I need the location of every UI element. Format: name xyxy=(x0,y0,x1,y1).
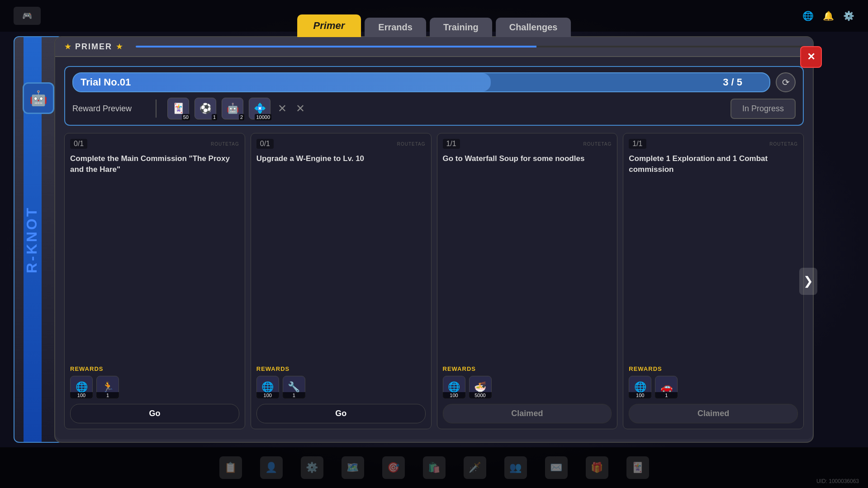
trial-refresh-button[interactable]: ⟳ xyxy=(776,72,796,92)
quest-4-description: Complete 1 Exploration and 1 Combat comm… xyxy=(629,153,798,360)
header-star-right: ★ xyxy=(116,42,123,52)
quest-3-reward-count-1: 5000 xyxy=(469,392,492,398)
reward-item-0: 🃏 50 xyxy=(167,98,189,119)
quest-3-reward-1: 🍜 5000 xyxy=(469,376,492,398)
quest-4-reward-count-1: 1 xyxy=(655,392,678,398)
quest-card-4: 1/1 ROUTETAG Complete 1 Exploration and … xyxy=(623,133,804,429)
quest-1-reward-0: 🌐 100 xyxy=(70,376,93,398)
reward-count-0: 50 xyxy=(182,114,190,120)
quest-2-tag: ROUTETAG xyxy=(397,142,426,147)
bottom-nav-team[interactable]: 👥 xyxy=(504,456,527,479)
reward-count-1: 1 xyxy=(212,114,217,120)
quest-1-reward-1: 🏃 1 xyxy=(96,376,119,398)
nav-icon-2[interactable]: 🔔 xyxy=(823,10,834,21)
reward-items: 🃏 50 ⚽ 1 🤖 2 💠 10000 ✕ xyxy=(167,98,723,119)
reward-count-2: 2 xyxy=(239,114,244,120)
quest-4-reward-count-0: 100 xyxy=(629,392,651,398)
quest-2-fraction: 0/1 xyxy=(256,139,274,149)
quest-3-rewards-row: 🌐 100 🍜 5000 xyxy=(443,376,612,398)
quest-card-3-header: 1/1 ROUTETAG xyxy=(443,139,612,149)
nav-icon-3[interactable]: ⚙️ xyxy=(843,10,854,21)
reward-preview-label: Reward Preview xyxy=(72,104,145,114)
reward-divider xyxy=(156,99,157,118)
quest-4-rewards-label: REWARDS xyxy=(629,365,798,372)
quest-2-reward-0: 🌐 100 xyxy=(256,376,279,398)
reward-cross-2: ✕ xyxy=(296,102,305,115)
uid-text: UID: 1000036063 xyxy=(816,478,859,484)
quest-4-reward-0: 🌐 100 xyxy=(629,376,651,398)
robot-avatar: 🤖 xyxy=(23,82,54,114)
reward-item-3: 💠 10000 xyxy=(249,98,270,119)
quest-2-description: Upgrade a W-Engine to Lv. 10 xyxy=(256,153,426,360)
quest-4-reward-1: 🚗 1 xyxy=(655,376,678,398)
trial-progress-text: 3 / 5 xyxy=(723,76,742,88)
top-header-left: 🎮 xyxy=(14,7,41,25)
bottom-nav-mail[interactable]: ✉️ xyxy=(545,456,568,479)
quest-2-reward-count-1: 1 xyxy=(283,392,305,398)
bottom-nav-shop[interactable]: 🛍️ xyxy=(423,456,446,479)
quest-1-rewards-row: 🌐 100 🏃 1 xyxy=(70,376,239,398)
quest-4-tag: ROUTETAG xyxy=(769,142,798,147)
trial-section: Trial No.01 3 / 5 ⟳ Reward Preview 🃏 50 … xyxy=(64,66,804,126)
quest-3-description: Go to Waterfall Soup for some noodles xyxy=(443,153,612,360)
quest-4-fraction: 1/1 xyxy=(629,139,646,149)
quest-1-rewards-label: REWARDS xyxy=(70,365,239,372)
bottom-nav-cards[interactable]: 🃏 xyxy=(626,456,649,479)
panel-title: PRIMER xyxy=(75,42,112,52)
quest-3-fraction: 1/1 xyxy=(443,139,460,149)
quest-1-reward-count-1: 1 xyxy=(96,392,119,398)
tab-errands[interactable]: Errands xyxy=(365,18,426,37)
next-page-arrow[interactable]: ❯ xyxy=(799,268,817,295)
reward-item-1: ⚽ 1 xyxy=(194,98,216,119)
quest-1-go-button[interactable]: Go xyxy=(70,404,239,423)
reward-cross-1: ✕ xyxy=(278,102,287,115)
quest-1-description: Complete the Main Commission "The Proxy … xyxy=(70,153,239,360)
top-header-right: 🌐 🔔 ⚙️ xyxy=(802,10,854,21)
bottom-nav: 📋 👤 ⚙️ 🗺️ 🎯 🛍️ 🗡️ 👥 ✉️ 🎁 🃏 xyxy=(0,447,868,488)
bottom-nav-combat[interactable]: 🗡️ xyxy=(464,456,486,479)
in-progress-button: In Progress xyxy=(730,99,796,119)
quest-4-rewards-row: 🌐 100 🚗 1 xyxy=(629,376,798,398)
quest-3-reward-0: 🌐 100 xyxy=(443,376,465,398)
panel-header: ★ PRIMER ★ xyxy=(55,37,813,57)
quest-card-3: 1/1 ROUTETAG Go to Waterfall Soup for so… xyxy=(437,133,618,429)
bottom-nav-gifts[interactable]: 🎁 xyxy=(586,456,608,479)
nav-icon-1[interactable]: 🌐 xyxy=(802,10,814,21)
header-star-left: ★ xyxy=(64,42,71,52)
quest-card-2: 0/1 ROUTETAG Upgrade a W-Engine to Lv. 1… xyxy=(251,133,432,429)
bottom-nav-quests[interactable]: 📋 xyxy=(219,456,242,479)
close-button[interactable]: ✕ xyxy=(800,46,822,68)
content-area: Trial No.01 3 / 5 ⟳ Reward Preview 🃏 50 … xyxy=(55,57,813,439)
reward-item-2: 🤖 2 xyxy=(222,98,243,119)
quest-3-tag: ROUTETAG xyxy=(583,142,612,147)
bottom-nav-settings[interactable]: ⚙️ xyxy=(301,456,323,479)
quest-2-reward-1: 🔧 1 xyxy=(283,376,305,398)
tab-training[interactable]: Training xyxy=(430,18,492,37)
quest-card-4-header: 1/1 ROUTETAG xyxy=(629,139,798,149)
quest-3-rewards-label: REWARDS xyxy=(443,365,612,372)
tab-challenges[interactable]: Challenges xyxy=(496,18,571,37)
quest-2-rewards-label: REWARDS xyxy=(256,365,426,372)
trial-bar-row: Trial No.01 3 / 5 ⟳ xyxy=(72,72,796,92)
bottom-nav-map[interactable]: 🗺️ xyxy=(342,456,364,479)
trial-name: Trial No.01 xyxy=(81,76,131,88)
main-panel: Primer Errands Training Challenges ✕ ★ P… xyxy=(54,36,814,443)
quests-grid: 0/1 ROUTETAG Complete the Main Commissio… xyxy=(64,133,804,429)
bottom-nav-character[interactable]: 👤 xyxy=(260,456,283,479)
trial-progress-bar: Trial No.01 3 / 5 xyxy=(72,72,770,92)
quest-2-rewards-row: 🌐 100 🔧 1 xyxy=(256,376,426,398)
quest-4-claimed-button: Claimed xyxy=(629,404,798,423)
left-panel-text: R-KNOT xyxy=(24,206,42,273)
tab-primer[interactable]: Primer xyxy=(297,14,361,37)
quest-card-2-header: 0/1 ROUTETAG xyxy=(256,139,426,149)
top-logo: 🎮 xyxy=(14,7,41,25)
quest-1-tag: ROUTETAG xyxy=(211,142,239,147)
quest-2-go-button[interactable]: Go xyxy=(256,404,426,423)
trial-bar-fill xyxy=(73,73,491,91)
quest-1-fraction: 0/1 xyxy=(70,139,87,149)
bottom-nav-missions[interactable]: 🎯 xyxy=(382,456,405,479)
reward-preview-row: Reward Preview 🃏 50 ⚽ 1 🤖 2 xyxy=(72,98,796,119)
quest-card-1-header: 0/1 ROUTETAG xyxy=(70,139,239,149)
quest-card-1: 0/1 ROUTETAG Complete the Main Commissio… xyxy=(64,133,245,429)
reward-count-3: 10000 xyxy=(255,114,271,120)
